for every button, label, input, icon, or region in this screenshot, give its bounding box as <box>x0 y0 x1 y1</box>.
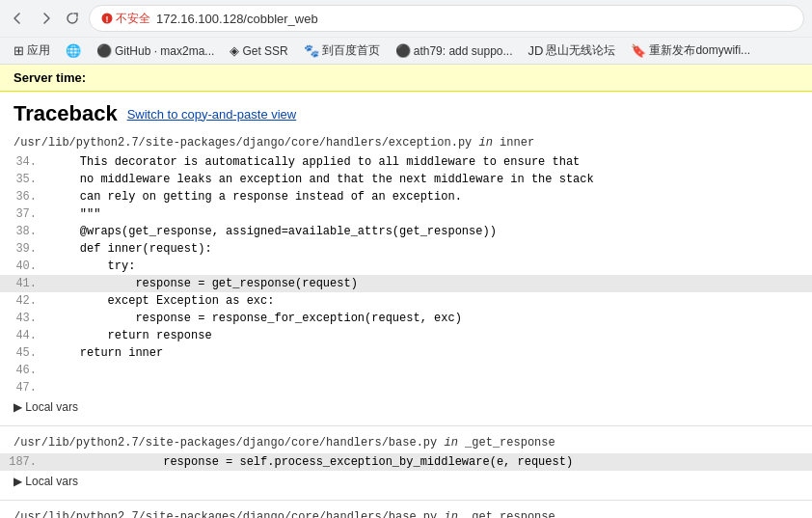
bookmark-item[interactable]: ⚫ath79: add suppo... <box>390 41 519 60</box>
func-name: inner <box>500 136 534 150</box>
line-number: 35. <box>0 171 48 188</box>
line-code: This decorator is automatically applied … <box>48 153 812 171</box>
svg-text:!: ! <box>106 14 109 24</box>
security-label: 不安全 <box>116 11 150 27</box>
bookmarks-bar: ⊞应用🌐⚫GitHub · max2ma...◈Get SSR🐾到百度首页⚫at… <box>0 37 812 64</box>
server-time-label: Server time: <box>14 70 86 85</box>
forward-button[interactable] <box>35 8 56 29</box>
in-keyword: in <box>444 510 457 518</box>
line-code: response = response_for_exception(reques… <box>48 310 812 327</box>
page-content: Server time: Traceback Switch to copy-an… <box>0 65 812 518</box>
switch-to-paste-link[interactable]: Switch to copy-and-paste view <box>127 107 297 122</box>
code-line: 46. <box>0 362 812 379</box>
code-line: 38. @wraps(get_response, assigned=availa… <box>0 223 812 240</box>
line-code: @wraps(get_response, assigned=available_… <box>48 223 812 240</box>
bookmark-item[interactable]: ◈Get SSR <box>224 41 293 60</box>
bookmark-label: GitHub · max2ma... <box>115 44 214 58</box>
bookmark-item[interactable]: ⊞应用 <box>8 41 56 61</box>
address-bar[interactable]: ! 不安全 172.16.100.128/cobbler_web <box>89 5 804 32</box>
back-button[interactable] <box>8 8 29 29</box>
path-text: /usr/lib/python2.7/site-packages/django/… <box>14 510 437 518</box>
line-number: 42. <box>0 292 48 310</box>
divider <box>0 425 812 426</box>
code-line: 47. <box>0 379 812 396</box>
line-code: return response <box>48 327 812 344</box>
code-line: 42. except Exception as exc: <box>0 292 812 310</box>
bookmark-icon: ⚫ <box>96 43 112 58</box>
line-number: 45. <box>0 344 48 362</box>
line-code: return inner <box>48 344 812 362</box>
file-path: /usr/lib/python2.7/site-packages/django/… <box>0 430 812 453</box>
code-line: 39. def inner(request): <box>0 240 812 258</box>
url-display: 172.16.100.128/cobbler_web <box>156 12 792 26</box>
code-line: 45. return inner <box>0 344 812 362</box>
line-number: 46. <box>0 362 48 379</box>
line-number: 47. <box>0 379 48 396</box>
bookmark-icon: ⊞ <box>14 43 24 58</box>
code-line: 35. no middleware leaks an exception and… <box>0 171 812 188</box>
line-number: 37. <box>0 205 48 223</box>
line-number: 39. <box>0 240 48 258</box>
code-line: 44. return response <box>0 327 812 344</box>
bookmark-icon: ◈ <box>230 43 239 58</box>
server-time-bar: Server time: <box>0 65 812 92</box>
line-number: 41. <box>0 275 48 292</box>
navigation-bar: ! 不安全 172.16.100.128/cobbler_web <box>0 0 812 37</box>
line-number: 36. <box>0 188 48 205</box>
func-name: _get_response <box>465 510 555 518</box>
line-code: except Exception as exc: <box>48 292 812 310</box>
path-text: /usr/lib/python2.7/site-packages/django/… <box>14 136 472 150</box>
file-path: /usr/lib/python2.7/site-packages/django/… <box>0 504 812 518</box>
frames-container: /usr/lib/python2.7/site-packages/django/… <box>0 130 812 518</box>
line-number: 34. <box>0 153 48 171</box>
line-number: 187. <box>0 453 48 471</box>
bookmark-icon: 🐾 <box>304 43 319 58</box>
browser-chrome: ! 不安全 172.16.100.128/cobbler_web ⊞应用🌐⚫Gi… <box>0 0 812 65</box>
bookmark-label: 重新发布domywifi... <box>649 42 750 59</box>
traceback-title: Traceback <box>14 101 118 126</box>
line-code: def inner(request): <box>48 240 812 258</box>
line-number: 38. <box>0 223 48 240</box>
code-block: 34. This decorator is automatically appl… <box>0 153 812 396</box>
bookmark-icon: 🔖 <box>631 43 646 58</box>
line-code: can rely on getting a response instead o… <box>48 188 812 205</box>
code-line: 187. response = self.process_exception_b… <box>0 453 812 471</box>
in-keyword: in <box>478 136 492 150</box>
code-line: 37. """ <box>0 205 812 223</box>
bookmark-label: Get SSR <box>242 44 287 58</box>
code-line: 36. can rely on getting a response inste… <box>0 188 812 205</box>
reload-button[interactable] <box>62 8 83 29</box>
line-code: """ <box>48 205 812 223</box>
bookmark-label: 应用 <box>27 42 50 59</box>
bookmark-item[interactable]: 🐾到百度首页 <box>298 41 386 61</box>
bookmark-icon: JD <box>528 43 543 58</box>
bookmark-icon: 🌐 <box>66 43 81 58</box>
line-number: 44. <box>0 327 48 344</box>
path-text: /usr/lib/python2.7/site-packages/django/… <box>14 436 437 450</box>
bookmark-icon: ⚫ <box>395 43 411 58</box>
bookmark-item[interactable]: ⚫GitHub · max2ma... <box>91 41 220 60</box>
code-line: 40. try: <box>0 258 812 275</box>
bookmark-label: 恩山无线论坛 <box>546 42 615 59</box>
divider <box>0 500 812 501</box>
security-indicator: ! 不安全 <box>101 11 150 27</box>
bookmark-item[interactable]: 🌐 <box>60 41 87 60</box>
line-code: response = get_response(request) <box>48 275 812 292</box>
local-vars-toggle[interactable]: ▶ Local vars <box>0 396 812 422</box>
line-code: try: <box>48 258 812 275</box>
file-path: /usr/lib/python2.7/site-packages/django/… <box>0 130 812 153</box>
bookmark-label: 到百度首页 <box>322 42 380 59</box>
traceback-header: Traceback Switch to copy-and-paste view <box>0 92 812 130</box>
code-block: 187. response = self.process_exception_b… <box>0 453 812 471</box>
code-line: 34. This decorator is automatically appl… <box>0 153 812 171</box>
line-code: response = self.process_exception_by_mid… <box>48 453 812 471</box>
func-name: _get_response <box>465 436 555 450</box>
bookmark-item[interactable]: JD恩山无线论坛 <box>522 41 621 61</box>
bookmark-label: ath79: add suppo... <box>414 44 513 58</box>
in-keyword: in <box>444 436 457 450</box>
code-line: 43. response = response_for_exception(re… <box>0 310 812 327</box>
local-vars-toggle[interactable]: ▶ Local vars <box>0 471 812 496</box>
bookmark-item[interactable]: 🔖重新发布domywifi... <box>625 41 756 61</box>
line-code: no middleware leaks an exception and tha… <box>48 171 812 188</box>
code-line: 41. response = get_response(request) <box>0 275 812 292</box>
